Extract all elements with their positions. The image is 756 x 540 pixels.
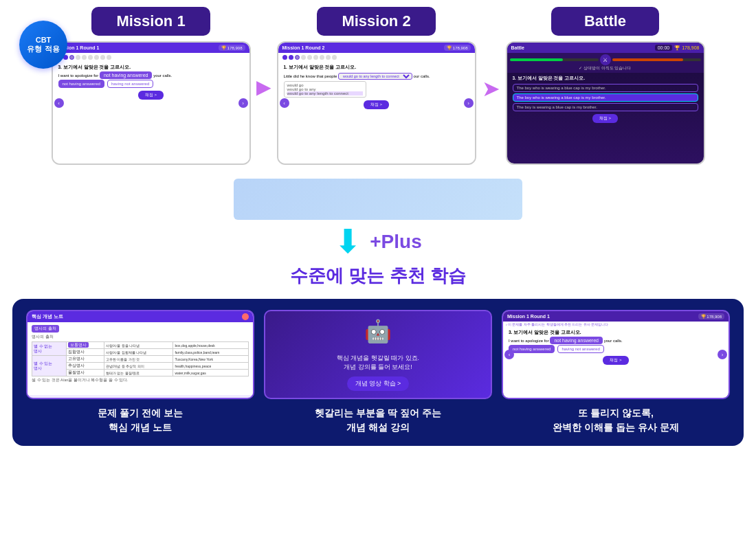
sp-nav-right[interactable]: › <box>718 350 727 359</box>
dot <box>332 55 337 60</box>
dot <box>313 55 318 60</box>
b-option3[interactable]: The boy is wearing a blue cap is my brot… <box>513 103 698 111</box>
m1-choice1[interactable]: not having answered <box>58 80 104 88</box>
mission1-screen: Mission 1 Round 1 🏆 178,908 3. 보기에서 알맞은 … <box>52 41 251 165</box>
battle-screen: Battle 00:00 🏆 178,908 ⚔ <box>506 41 705 165</box>
concept-header-title: 핵심 개념 노트 <box>32 313 63 320</box>
mission2-screen: Mission 1 Round 2 🏆 178,908 1. 보기에서 알맞은 … <box>277 41 476 165</box>
dot <box>100 55 105 60</box>
sp-choice1[interactable]: not having answered <box>509 345 555 353</box>
concept-footer-text: 셀 수 있는 것은 A/an을 붙이거나 복수형을 쓸 수 있다. <box>32 378 249 383</box>
lecture-button[interactable]: 개념 영상 학습 > <box>347 376 410 391</box>
sp-title: Mission 1 Round 1 <box>507 314 550 319</box>
concept-lecture-screen: 🤖 핵심 개념을 헷갈릴 때가 있죠.개념 강의를 들어 보세요! 개념 영상 … <box>264 310 492 399</box>
m2-nav-right[interactable]: › <box>464 98 474 108</box>
sp-nav-left[interactable]: ‹ <box>504 350 514 359</box>
dot <box>76 55 80 60</box>
m2-question: 1. 보기에서 알맞은 것을 고르시오. <box>284 65 469 71</box>
similar-problem-screen: Mission 1 Round 1 🏆 178,908 › 이 문제를 자주 틀… <box>502 310 730 399</box>
dot <box>88 55 93 60</box>
m1-nav-left[interactable]: ‹ <box>54 98 64 108</box>
arrow-m2-battle: ➤ <box>476 76 506 102</box>
dot <box>94 55 99 60</box>
dot <box>320 55 324 60</box>
sp-sentence: I want to apologize for not having answe… <box>509 338 723 343</box>
dot <box>307 55 312 60</box>
plus-text: +Plus <box>370 231 421 253</box>
plus-arrow-row: ⬇ +Plus <box>334 225 421 258</box>
top-section: Mission 1 Mission 1 Round 1 🏆 178,908 <box>0 0 756 165</box>
m2-nav-left[interactable]: ‹ <box>280 98 289 108</box>
concept-header: 핵심 개념 노트 <box>27 311 253 322</box>
m1-question: 3. 보기에서 알맞은 것을 고르시오. <box>58 65 244 71</box>
sp-submit[interactable]: 채점 > <box>603 356 628 365</box>
arrow-m1-m2: ▶ <box>251 76 277 98</box>
mission2-label: Mission 2 <box>317 7 435 36</box>
cbt-badge-line2: 유형 적용 <box>27 44 59 54</box>
b-title: Battle <box>511 45 524 50</box>
card1-title: 문제 풀기 전에 보는 핵심 개념 노트 <box>98 406 183 435</box>
table-row: 별 수 있는명사 고유명사 고유한 이름을 가진 것 Tuscany,Korea… <box>32 356 249 363</box>
table-row: 별 수 없는명사 보통명사 사람/사물 등을 나타냄 box,dog,apple… <box>32 342 249 349</box>
concept-close-btn[interactable] <box>242 313 249 320</box>
dot <box>326 55 331 60</box>
dot <box>69 55 74 60</box>
concept-content: 명사의 출처 명사의 출처 별 수 없는명사 보통명사 사람/사물 등을 나타냄… <box>27 322 253 395</box>
b-option2[interactable]: The boy who is wearing a blue cap is my … <box>513 93 698 102</box>
lecture-text: 핵심 개념을 헷갈릴 때가 있죠.개념 강의를 들어 보세요! <box>337 354 419 372</box>
b-status: ✓ 상대방이 아직도 있습니다 <box>510 65 701 71</box>
concept-note-subtitle: 명사의 출처 <box>32 334 249 340</box>
sp-question: 3. 보기에서 알맞은 것을 고르시오. <box>509 330 723 336</box>
dot <box>301 55 306 60</box>
sp-note: › 이 문제를 자주 틀리시는 학생들에게 추천 드리는 유사 문제입니다 <box>503 322 729 327</box>
dot <box>107 55 111 60</box>
card3-title: 또 틀리지 않도록, 완벽한 이해를 돕는 유사 문제 <box>553 406 679 435</box>
mission2-block: Mission 2 Mission 1 Round 2 🏆 178,908 <box>277 7 476 165</box>
cbt-badge: CBT 유형 적용 <box>19 21 67 69</box>
m1-sentence: I want to apologize for not having answe… <box>58 73 244 78</box>
card2-title: 헷갈리는 부분을 딱 짚어 주는 개념 해설 강의 <box>315 406 441 435</box>
m2-dropdown-list: would go would go to any would go to any… <box>284 81 366 98</box>
subtitle-text: 수준에 맞는 추천 학습 <box>290 264 466 288</box>
dot <box>295 55 300 60</box>
m2-submit[interactable]: 채점 > <box>364 100 389 109</box>
b-submit[interactable]: 채점 > <box>592 114 618 123</box>
down-arrow-icon: ⬇ <box>334 225 362 258</box>
battle-block: Battle Battle 00:00 🏆 178,908 ⚔ <box>506 7 705 165</box>
battle-hp-area: ⚔ ✓ 상대방이 아직도 있습니다 <box>507 53 704 73</box>
m1-score: 🏆 178,908 <box>219 45 245 51</box>
sp-score: 🏆 178,908 <box>698 313 724 319</box>
b-score: 🏆 178,908 <box>674 45 699 51</box>
recommendation-box <box>234 179 522 220</box>
concept-note-card: 핵심 개념 노트 명사의 출처 명사의 출처 별 수 없는명사 보통명사 사람/… <box>26 310 254 435</box>
b-question: 3. 보기에서 알맞은 것을 고르시오. <box>513 76 698 82</box>
similar-problem-card: Mission 1 Round 1 🏆 178,908 › 이 문제를 자주 틀… <box>502 310 730 435</box>
battle-label: Battle <box>551 7 659 36</box>
concept-note-screen: 핵심 개념 노트 명사의 출처 명사의 출처 별 수 없는명사 보통명사 사람/… <box>26 310 254 399</box>
concept-lecture-card: 🤖 핵심 개념을 헷갈릴 때가 있죠.개념 강의를 들어 보세요! 개념 영상 … <box>264 310 492 435</box>
concept-table: 별 수 없는명사 보통명사 사람/사물 등을 나타냄 box,dog,apple… <box>32 341 249 376</box>
robot-icon: 🤖 <box>364 318 392 344</box>
dot <box>82 55 87 60</box>
m2-score: 🏆 178,908 <box>444 45 470 51</box>
m1-submit[interactable]: 채점 > <box>138 91 164 100</box>
cbt-badge-line1: CBT <box>36 36 52 44</box>
battle-vs: ⚔ <box>600 54 611 65</box>
m2-title: Mission 1 Round 2 <box>282 45 325 50</box>
b-option1[interactable]: The boy who is wearing a blue cap is my … <box>513 84 698 92</box>
concept-tag: 명사의 출처 <box>32 325 59 333</box>
middle-section: ⬇ +Plus 수준에 맞는 추천 학습 <box>0 165 756 299</box>
sp-choice2[interactable]: having not answered <box>557 345 603 353</box>
b-timer: 00:00 <box>655 45 673 51</box>
m2-dropdown[interactable]: would go would go to any would go to any… <box>338 73 412 80</box>
m1-choice2[interactable]: having not answered <box>107 80 153 88</box>
mission1-label: Mission 1 <box>91 7 210 36</box>
m1-nav-right[interactable]: › <box>238 98 248 108</box>
bottom-section: 핵심 개념 노트 명사의 출처 명사의 출처 별 수 없는명사 보통명사 사람/… <box>12 299 744 446</box>
mission1-block: Mission 1 Mission 1 Round 1 🏆 178,908 <box>52 7 251 165</box>
m2-sentence: Little did he know that people would go … <box>284 73 469 80</box>
highlight: 보통명사 <box>68 342 89 348</box>
dot <box>289 55 293 60</box>
dot <box>282 55 287 60</box>
